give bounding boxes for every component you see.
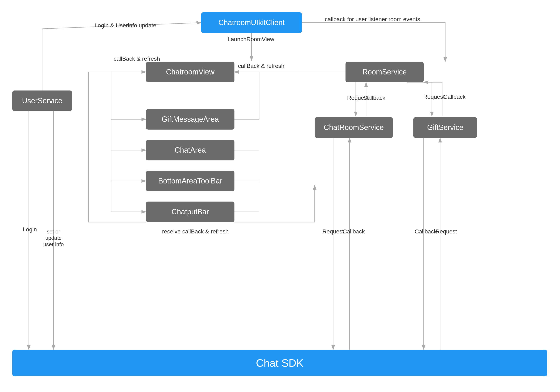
- chat-area-node: ChatArea: [146, 140, 234, 161]
- chatroom-view-node: ChatroomView: [146, 62, 234, 82]
- chat-sdk-label: Chat SDK: [256, 357, 303, 369]
- callback-bottom1-label: Callback: [341, 228, 366, 235]
- arrows-svg: [0, 0, 560, 392]
- chatroom-uikit-client-node: ChatroomUIkitClient: [201, 12, 302, 33]
- chat-area-label: ChatArea: [175, 146, 206, 154]
- chatroom-view-label: ChatroomView: [166, 68, 214, 76]
- callback-refresh-right-label: callBack & refresh: [237, 63, 286, 69]
- callback-left-label: Callback: [362, 95, 387, 101]
- gift-service-label: GiftService: [427, 123, 463, 132]
- gift-message-area-node: GiftMessageArea: [146, 109, 234, 130]
- login-userinfo-label: Login & Userinfo update: [64, 22, 187, 29]
- diagram-container: ChatroomUIkitClient Login & Userinfo upd…: [0, 0, 560, 392]
- user-service-node: UserService: [12, 90, 72, 111]
- gift-message-area-label: GiftMessageArea: [162, 115, 219, 124]
- launch-room-view-label: LaunchRoomView: [218, 36, 284, 43]
- request-bottom2-label: Request: [434, 228, 459, 235]
- chat-room-service-label: ChatRoomService: [324, 123, 384, 132]
- chat-room-service-node: ChatRoomService: [315, 117, 393, 138]
- gift-service-node: GiftService: [413, 117, 477, 138]
- chatroom-uikit-client-label: ChatroomUIkitClient: [218, 18, 285, 27]
- user-service-label: UserService: [22, 96, 62, 105]
- room-service-node: RoomService: [346, 62, 424, 82]
- chatput-bar-node: ChatputBar: [146, 201, 234, 222]
- chat-sdk-node: Chat SDK: [12, 350, 547, 376]
- receive-callback-refresh-label: receive callBack & refresh: [144, 228, 247, 235]
- login-label: Login: [20, 226, 40, 233]
- room-service-label: RoomService: [362, 68, 407, 76]
- bottom-area-toolbar-label: BottomAreaToolBar: [158, 177, 222, 185]
- chatput-bar-label: ChatputBar: [171, 208, 209, 216]
- bottom-area-toolbar-node: BottomAreaToolBar: [146, 171, 234, 191]
- callback-user-listener-label: callback for user listener room events.: [306, 16, 440, 23]
- set-update-userinfo-label: set or update user info: [40, 222, 67, 248]
- callback-refresh-left-label: callBack & refresh: [112, 56, 161, 62]
- callback-right1-label: Callback: [442, 94, 467, 100]
